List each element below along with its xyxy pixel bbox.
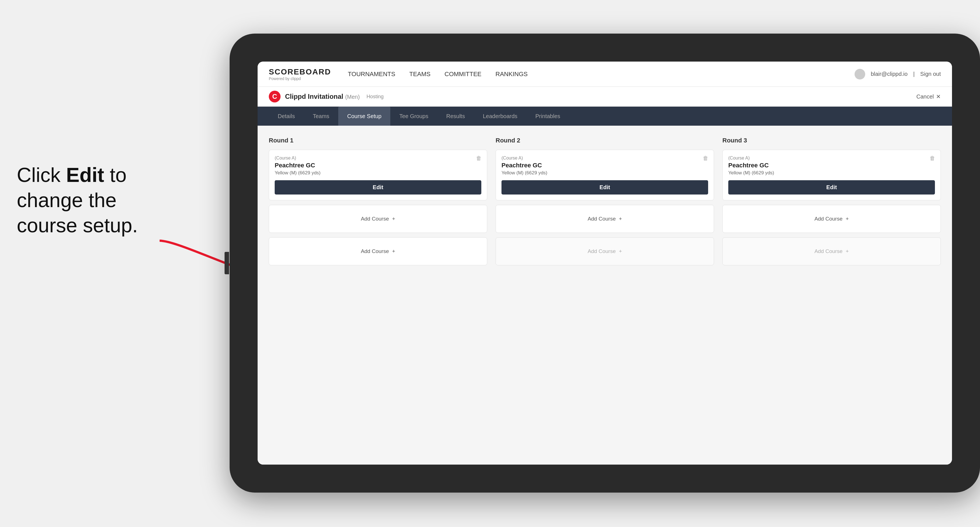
round-1-add-course-2[interactable]: Add Course +: [269, 237, 487, 265]
round-3-course-card: 🗑 (Course A) Peachtree GC Yellow (M) (66…: [722, 150, 941, 200]
scene: Click Edit to change the course setup. S…: [0, 0, 980, 527]
rounds-grid: Round 1 🗑 (Course A) Peachtree GC Yellow…: [269, 137, 941, 270]
tablet-device: SCOREBOARD Powered by clippd TOURNAMENTS…: [230, 33, 980, 492]
plus-icon: +: [619, 248, 622, 254]
sign-out-link[interactable]: Sign out: [920, 71, 941, 77]
round-3-add-course-2: Add Course +: [722, 237, 941, 265]
round-3-edit-button[interactable]: Edit: [728, 180, 935, 195]
round-2-column: Round 2 🗑 (Course A) Peachtree GC Yellow…: [496, 137, 714, 270]
cancel-button[interactable]: Cancel ✕: [916, 93, 941, 100]
course-3-details: Yellow (M) (6629 yds): [728, 170, 935, 176]
sub-header: C Clippd Invitational (Men) Hosting Canc…: [258, 87, 952, 106]
add-course-label: Add Course +: [588, 216, 622, 222]
round-3-add-course-1[interactable]: Add Course +: [722, 205, 941, 233]
avatar: [854, 69, 865, 79]
round-2-edit-button[interactable]: Edit: [501, 180, 708, 195]
delete-icon[interactable]: 🗑: [702, 154, 710, 162]
round-3-title: Round 3: [722, 137, 941, 144]
nav-links: TOURNAMENTS TEAMS COMMITTEE RANKINGS: [348, 70, 528, 78]
round-1-column: Round 1 🗑 (Course A) Peachtree GC Yellow…: [269, 137, 487, 270]
instruction-text: Click Edit to change the course setup.: [17, 162, 179, 238]
round-2-add-course-1[interactable]: Add Course +: [496, 205, 714, 233]
plus-icon: +: [619, 216, 622, 222]
gender-badge: (Men): [345, 94, 360, 100]
top-nav: SCOREBOARD Powered by clippd TOURNAMENTS…: [258, 62, 952, 87]
nav-rankings[interactable]: RANKINGS: [496, 70, 528, 78]
logo-title: SCOREBOARD: [269, 67, 331, 76]
add-course-label: Add Course +: [361, 248, 395, 254]
logo-area: SCOREBOARD Powered by clippd: [269, 67, 331, 81]
tablet-side-button: [224, 252, 229, 274]
add-course-label: Add Course +: [815, 216, 849, 222]
nav-left: SCOREBOARD Powered by clippd TOURNAMENTS…: [269, 67, 528, 81]
tab-tee-groups[interactable]: Tee Groups: [390, 106, 437, 125]
course-2-details: Yellow (M) (6629 yds): [501, 170, 708, 176]
tab-results[interactable]: Results: [438, 106, 474, 125]
add-course-label: Add Course +: [815, 248, 849, 254]
plus-icon: +: [392, 248, 395, 254]
tournament-name: Clippd Invitational (Men): [285, 93, 360, 100]
nav-right: blair@clippd.io | Sign out: [854, 69, 941, 79]
delete-icon[interactable]: 🗑: [475, 154, 483, 162]
course-3-name: Peachtree GC: [728, 162, 935, 169]
add-course-label: Add Course +: [588, 248, 622, 254]
tab-bar: Details Teams Course Setup Tee Groups Re…: [258, 106, 952, 125]
close-icon: ✕: [936, 93, 941, 100]
round-2-add-course-2: Add Course +: [496, 237, 714, 265]
course-1-details: Yellow (M) (6629 yds): [275, 170, 481, 176]
course-1-label: (Course A): [275, 156, 481, 160]
tab-teams[interactable]: Teams: [304, 106, 338, 125]
tablet-screen: SCOREBOARD Powered by clippd TOURNAMENTS…: [258, 62, 952, 465]
add-course-label: Add Course +: [361, 216, 395, 222]
round-1-course-card: 🗑 (Course A) Peachtree GC Yellow (M) (66…: [269, 150, 487, 200]
course-3-label: (Course A): [728, 156, 935, 160]
round-1-add-course-1[interactable]: Add Course +: [269, 205, 487, 233]
delete-icon[interactable]: 🗑: [928, 154, 937, 162]
user-email: blair@clippd.io: [871, 71, 907, 77]
instruction-bold: Edit: [66, 164, 104, 186]
clippd-logo: C: [269, 90, 280, 102]
separator: |: [913, 71, 915, 77]
round-2-course-card: 🗑 (Course A) Peachtree GC Yellow (M) (66…: [496, 150, 714, 200]
round-1-edit-button[interactable]: Edit: [275, 180, 481, 195]
round-3-column: Round 3 🗑 (Course A) Peachtree GC Yellow…: [722, 137, 941, 270]
tab-leaderboards[interactable]: Leaderboards: [474, 106, 526, 125]
course-1-name: Peachtree GC: [275, 162, 481, 169]
tab-course-setup[interactable]: Course Setup: [338, 106, 390, 125]
plus-icon: +: [846, 248, 849, 254]
course-2-label: (Course A): [501, 156, 708, 160]
logo-subtitle: Powered by clippd: [269, 76, 301, 81]
round-1-title: Round 1: [269, 137, 487, 144]
round-2-title: Round 2: [496, 137, 714, 144]
plus-icon: +: [392, 216, 395, 222]
tab-printables[interactable]: Printables: [527, 106, 569, 125]
hosting-badge: Hosting: [366, 94, 383, 100]
nav-teams[interactable]: TEAMS: [409, 70, 431, 78]
nav-committee[interactable]: COMMITTEE: [445, 70, 482, 78]
tab-details[interactable]: Details: [269, 106, 304, 125]
plus-icon: +: [846, 216, 849, 222]
nav-tournaments[interactable]: TOURNAMENTS: [348, 70, 395, 78]
content-area: Round 1 🗑 (Course A) Peachtree GC Yellow…: [258, 125, 952, 465]
sub-header-left: C Clippd Invitational (Men) Hosting: [269, 90, 383, 102]
course-2-name: Peachtree GC: [501, 162, 708, 169]
